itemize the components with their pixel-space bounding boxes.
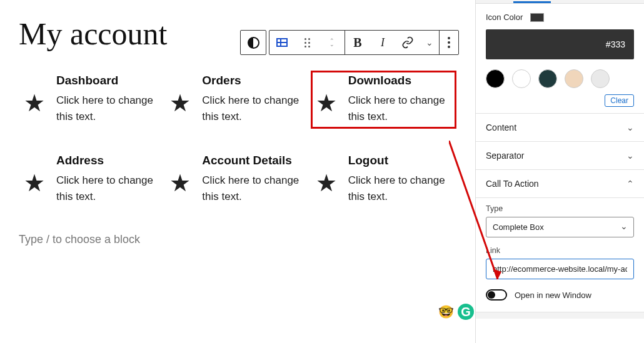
open-new-window-label: Open in new Window — [515, 291, 591, 300]
italic-icon: I — [381, 36, 385, 49]
accordion-cta[interactable]: Call To Action ⌃ — [476, 170, 644, 198]
layout-button[interactable] — [269, 31, 294, 54]
star-icon: ★ — [169, 91, 191, 115]
palette-swatch[interactable] — [591, 69, 610, 88]
emoji-nerd-icon[interactable]: 🤓 — [438, 304, 454, 320]
drag-icon — [304, 38, 310, 47]
more-formatting-button[interactable]: ⌄ — [420, 31, 439, 54]
info-box-desc: Click here to change this text. — [202, 172, 305, 206]
info-box-desc: Click here to change this text. — [202, 92, 305, 126]
link-icon — [401, 36, 414, 49]
contrast-icon — [248, 37, 259, 49]
chevron-up-icon: ⌃ — [626, 179, 634, 189]
block-inserter-placeholder[interactable]: Type / to choose a block — [19, 233, 456, 246]
star-icon: ★ — [24, 171, 45, 195]
icon-color-label: Icon Color — [486, 12, 523, 22]
info-box-logout[interactable]: ★ Logout Click here to change this text. — [311, 151, 456, 209]
info-box-account-details[interactable]: ★ Account Details Click here to change t… — [164, 151, 310, 209]
link-button[interactable] — [395, 31, 420, 54]
star-icon: ★ — [24, 91, 45, 115]
move-button[interactable]: ⌃⌄ — [319, 31, 345, 54]
layout-icon — [276, 38, 288, 47]
chevron-down-icon: ⌄ — [626, 151, 634, 161]
info-box-desc: Click here to change this text. — [348, 92, 451, 126]
accordion-label: Call To Action — [486, 179, 539, 189]
info-box-dashboard[interactable]: ★ Dashboard Click here to change this te… — [19, 71, 164, 129]
info-box-orders[interactable]: ★ Orders Click here to change this text. — [164, 71, 310, 129]
contrast-button[interactable] — [241, 31, 266, 54]
info-box-title: Orders — [202, 74, 305, 87]
star-icon: ★ — [316, 171, 337, 195]
star-icon: ★ — [169, 171, 191, 195]
info-box-title: Logout — [348, 154, 451, 167]
info-box-title: Dashboard — [56, 74, 159, 87]
settings-sidebar: Icon Color #333 Clear Content ⌄ Separato… — [475, 0, 644, 343]
accordion-content[interactable]: Content ⌄ — [476, 114, 644, 142]
palette-swatch[interactable] — [486, 69, 505, 88]
accordion-label: Separator — [486, 151, 524, 161]
accordion-separator[interactable]: Separator ⌄ — [476, 142, 644, 170]
chevron-down-icon: ⌄ — [426, 37, 433, 47]
accordion-label: Content — [486, 122, 516, 132]
info-box-title: Downloads — [348, 74, 451, 87]
link-input[interactable] — [486, 259, 634, 279]
info-box-desc: Click here to change this text. — [56, 172, 159, 206]
block-toolbar: ⌃⌄ B I ⌄ — [240, 30, 461, 55]
info-box-title: Account Details — [202, 154, 305, 167]
bold-icon: B — [353, 36, 361, 50]
info-box-address[interactable]: ★ Address Click here to change this text… — [19, 151, 164, 209]
clear-color-button[interactable]: Clear — [605, 94, 634, 107]
chevron-down-icon: ⌄ — [626, 122, 634, 132]
color-palette — [476, 66, 644, 92]
info-box-desc: Click here to change this text. — [56, 92, 159, 126]
palette-swatch[interactable] — [538, 69, 557, 88]
icon-color-swatch[interactable] — [530, 13, 544, 22]
palette-swatch[interactable] — [565, 69, 583, 88]
info-box-desc: Click here to change this text. — [348, 172, 451, 206]
more-options-button[interactable] — [440, 31, 458, 54]
sidebar-tabs[interactable] — [476, 0, 644, 4]
link-label: Link — [486, 246, 634, 255]
cta-panel: Type Complete Box Link Open in new Windo… — [476, 198, 644, 312]
info-box-grid: ★ Dashboard Click here to change this te… — [19, 71, 456, 208]
info-box-title: Address — [56, 154, 159, 167]
sort-icon: ⌃⌄ — [330, 39, 335, 47]
color-hex-field[interactable]: #333 — [486, 29, 634, 59]
type-label: Type — [486, 204, 634, 213]
open-new-window-toggle[interactable] — [486, 289, 507, 301]
palette-swatch[interactable] — [512, 69, 531, 88]
assistant-dock: 🤓 G — [438, 304, 474, 320]
type-select[interactable]: Complete Box — [486, 217, 634, 237]
drag-handle[interactable] — [294, 31, 319, 54]
info-box-downloads[interactable]: ★ Downloads Click here to change this te… — [311, 71, 456, 129]
star-icon: ★ — [316, 91, 337, 115]
bold-button[interactable]: B — [345, 31, 370, 54]
kebab-icon — [448, 37, 450, 48]
italic-button[interactable]: I — [370, 31, 395, 54]
grammarly-icon[interactable]: G — [458, 304, 474, 320]
